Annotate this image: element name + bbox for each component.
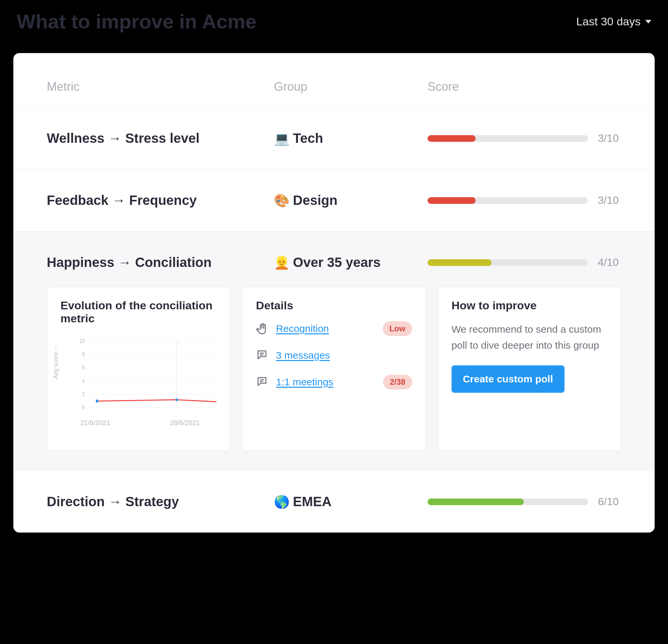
score-text: 6/10 [598, 496, 619, 508]
chart: Avg score → 10 [60, 334, 216, 437]
table-row[interactable]: Wellness → Stress level 💻 Tech 3/10 [13, 107, 655, 169]
person-icon: 👱 [274, 255, 290, 270]
score-bar [427, 499, 588, 505]
col-metric: Metric [47, 80, 274, 94]
svg-text:8: 8 [82, 351, 85, 357]
score-cell: 4/10 [427, 256, 621, 269]
status-badge: Low [383, 321, 412, 336]
improve-panel: How to improve We recommend to send a cu… [438, 287, 621, 451]
group-label: 🌎 EMEA [274, 494, 427, 509]
chat-icon [256, 349, 269, 362]
svg-point-12 [96, 399, 98, 403]
score-text: 3/10 [598, 194, 619, 206]
score-cell: 3/10 [427, 132, 621, 144]
x-tick: 21/6/2021 [80, 419, 110, 427]
laptop-icon: 💻 [274, 131, 290, 146]
create-custom-poll-button[interactable]: Create custom poll [452, 365, 564, 393]
metrics-card: Metric Group Score Wellness → Stress lev… [13, 53, 655, 533]
table-row[interactable]: Feedback → Frequency 🎨 Design 3/10 [13, 169, 655, 231]
x-tick: 28/6/2021 [170, 419, 200, 427]
svg-text:4: 4 [82, 378, 85, 384]
y-axis-label: Avg score → [52, 344, 59, 379]
chart-title: Evolution of the conciliation metric [60, 299, 216, 325]
svg-text:0: 0 [82, 405, 85, 411]
score-bar [427, 197, 588, 204]
table-row-expanded[interactable]: Happiness → Conciliation 👱 Over 35 years… [13, 231, 655, 471]
detail-link-recognition[interactable]: Recognition [276, 323, 376, 334]
group-label: 🎨 Design [274, 193, 427, 208]
svg-text:2: 2 [82, 391, 85, 397]
group-label: 👱 Over 35 years [274, 255, 427, 270]
page-title: What to improve in Acme [17, 10, 257, 33]
table-row[interactable]: Direction → Strategy 🌎 EMEA 6/10 [13, 471, 655, 533]
period-selector[interactable]: Last 30 days [576, 15, 651, 28]
improve-title: How to improve [452, 299, 608, 312]
metric-label: Feedback → Frequency [47, 193, 274, 208]
chart-panel: Evolution of the conciliation metric Avg… [47, 287, 230, 451]
score-bar [427, 135, 588, 142]
detail-row: 1:1 meetings 2/38 [256, 375, 412, 389]
detail-link-meetings[interactable]: 1:1 meetings [276, 376, 376, 388]
detail-row: 3 messages [256, 349, 412, 362]
col-group: Group [274, 80, 427, 94]
detail-row: Recognition Low [256, 321, 412, 336]
svg-text:6: 6 [82, 364, 85, 371]
score-text: 3/10 [598, 132, 619, 144]
status-badge: 2/38 [383, 375, 412, 389]
table-header: Metric Group Score [13, 53, 655, 107]
page-header: What to improve in Acme Last 30 days [13, 10, 655, 33]
col-score: Score [427, 80, 621, 94]
expanded-body: Evolution of the conciliation metric Avg… [47, 270, 621, 471]
metric-label: Wellness → Stress level [47, 131, 274, 146]
globe-icon: 🌎 [274, 494, 290, 509]
metric-label: Direction → Strategy [47, 494, 274, 509]
details-panel: Details Recognition Low 3 messag [242, 287, 426, 451]
score-bar [427, 259, 588, 266]
score-cell: 6/10 [427, 496, 621, 508]
palette-icon: 🎨 [274, 193, 290, 208]
improve-text: We recommend to send a custom poll to di… [452, 321, 608, 354]
period-label: Last 30 days [576, 15, 641, 28]
chevron-down-icon [645, 19, 651, 25]
metric-label: Happiness → Conciliation [47, 255, 274, 270]
hand-icon [256, 322, 269, 335]
svg-text:10: 10 [79, 338, 85, 344]
detail-link-messages[interactable]: 3 messages [276, 350, 412, 361]
score-cell: 3/10 [427, 194, 621, 206]
score-text: 4/10 [598, 256, 619, 269]
details-title: Details [256, 299, 412, 312]
chat-icon [256, 375, 269, 389]
group-label: 💻 Tech [274, 131, 427, 146]
